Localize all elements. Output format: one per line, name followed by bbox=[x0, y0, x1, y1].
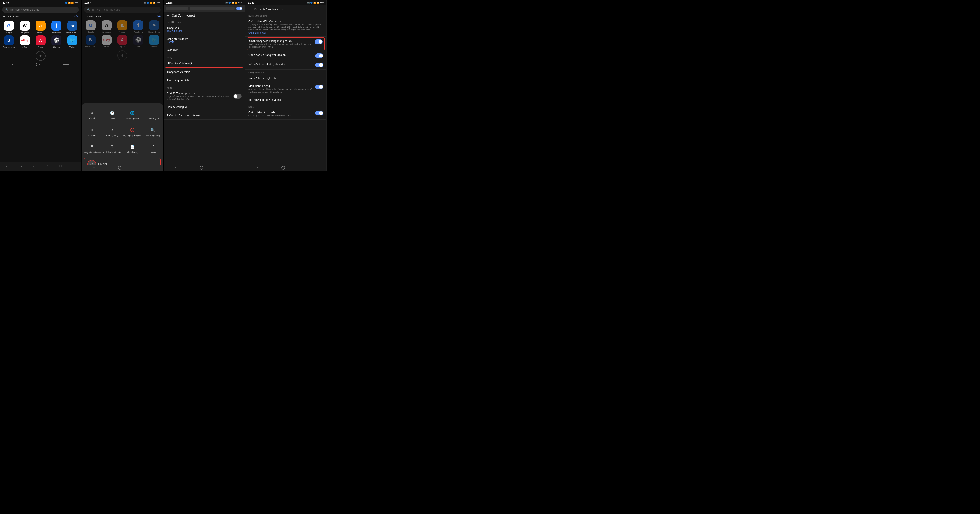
quick-access-edit-1[interactable]: Sửa bbox=[74, 15, 78, 18]
search-bar-2[interactable]: 🔍 Tìm kiếm hoặc nhập URL bbox=[84, 7, 161, 13]
app-wiki-p2: W Wikipedia bbox=[99, 20, 113, 33]
cookies-toggle[interactable] bbox=[315, 111, 323, 115]
app-facebook[interactable]: f Facebook bbox=[49, 21, 63, 34]
menu-adblock[interactable]: 🚫 0 Bộ chặn quảng cáo bbox=[123, 124, 143, 139]
block-web-row: Chặn trang web không mong muốn Ngăn các … bbox=[249, 40, 323, 48]
add-shortcut-button[interactable]: + bbox=[36, 51, 46, 61]
item-appearance-title: Giao diện bbox=[167, 48, 242, 52]
ebay-icon-p2: eBay bbox=[102, 35, 111, 45]
find-label: Tìm trong trang bbox=[146, 134, 160, 137]
settings-item-home[interactable]: Trang chủ Truy cập nhanh bbox=[164, 24, 245, 35]
menu-find[interactable]: 🔍 Tìm trong trang bbox=[143, 124, 163, 139]
app-games[interactable]: ⚽ Games bbox=[49, 35, 63, 48]
privacy-item-block-web-highlighted[interactable]: Chặn trang web không mong muốn Ngăn các … bbox=[247, 37, 325, 50]
app-ebay[interactable]: eBay eBay bbox=[18, 35, 32, 48]
menu-layout[interactable]: 📄 Phần bố trợ bbox=[123, 141, 143, 156]
status-bar-1: 12:57 🔵 📶 📶 80% bbox=[0, 0, 81, 5]
back-button-4[interactable]: ← bbox=[248, 7, 251, 11]
bluetooth-icon-4: 🔵 bbox=[310, 2, 313, 4]
app-twitter[interactable]: 🐦 Twitter bbox=[65, 35, 79, 48]
app-google[interactable]: G Google bbox=[2, 21, 16, 34]
privacy-item-dnt[interactable]: Yêu cầu tr.web không theo dõi bbox=[245, 61, 326, 70]
gesture-dot-2 bbox=[94, 167, 95, 168]
privacy-item-credentials[interactable]: Tên người dùng và mật mã bbox=[245, 96, 326, 104]
menu-desktop[interactable]: 🖥 Trang trên máy tính bbox=[82, 141, 102, 156]
gesture-line-2 bbox=[145, 168, 151, 168]
item-search-sub: Google bbox=[167, 41, 242, 43]
settings-item-useful[interactable]: Tính năng hữu ích bbox=[164, 77, 245, 85]
brightness-label: Chế độ sáng bbox=[106, 134, 118, 137]
agoda-label: Agoda bbox=[38, 46, 43, 48]
brightness-icon: ☀ bbox=[108, 126, 116, 134]
privacy-item-autofill[interactable]: Mẫu điền tự động Nhập tên, địa chỉ, thôn… bbox=[245, 82, 326, 96]
app-galaxyshop[interactable]: 🛍 Galaxy Shop bbox=[65, 21, 79, 34]
camera-icon-2: 📷 bbox=[143, 2, 146, 4]
dnt-toggle[interactable] bbox=[315, 63, 323, 67]
bookmark-icon-1: ☆ bbox=[46, 164, 49, 168]
quick-access-edit-2[interactable]: Sửa bbox=[157, 14, 161, 18]
nav-back-1[interactable]: ← bbox=[3, 163, 10, 169]
app-agoda[interactable]: A Agoda bbox=[33, 35, 48, 48]
menu-textsize[interactable]: T Kích thước văn bản bbox=[102, 141, 123, 156]
menu-addpage[interactable]: + Thêm trang vào bbox=[143, 107, 163, 122]
wiki-icon-p2: W bbox=[102, 20, 111, 30]
share-label: Chia sẻ bbox=[88, 134, 95, 137]
clear-title: Xóa dữ liệu duyệt web bbox=[248, 77, 323, 80]
website-preview bbox=[164, 5, 245, 12]
nav-forward-1[interactable]: → bbox=[18, 163, 24, 169]
search-bar-1[interactable]: 🔍 Tìm kiếm hoặc nhập URL bbox=[2, 7, 79, 13]
settings-item-downloads[interactable]: Trang web và tải về bbox=[164, 68, 245, 77]
privacy-item-clear[interactable]: Xóa dữ liệu duyệt web bbox=[245, 74, 326, 82]
nav-bookmark-1[interactable]: ☆ bbox=[44, 163, 51, 169]
nav-home-1[interactable]: ⌂ bbox=[32, 163, 37, 169]
panel-browser-home: 12:57 🔵 📶 📶 80% 🔍 Tìm kiếm hoặc nhập URL… bbox=[0, 0, 81, 171]
privacy-item-cookies[interactable]: Chấp nhận các cookie Cho phép các trang … bbox=[245, 109, 326, 120]
block-web-title: Chặn trang web không mong muốn bbox=[249, 40, 313, 43]
adblock-icon: 🚫 0 bbox=[129, 126, 136, 134]
status-icons-3: 📷 🔵 📶 📶 84% bbox=[225, 2, 242, 4]
wifi-icon-2: 📶 bbox=[150, 2, 152, 4]
menu-share[interactable]: ⬆ Chia sẻ bbox=[82, 124, 102, 139]
autofill-toggle[interactable] bbox=[315, 85, 323, 89]
contact-title: Liên hệ chúng tôi bbox=[167, 105, 242, 109]
menu-saved[interactable]: 🌐 Các trang đã lưu bbox=[123, 107, 143, 122]
settings-item-contact[interactable]: Liên hệ chúng tôi bbox=[164, 103, 245, 111]
nav-menu-1[interactable]: ☰ bbox=[70, 163, 78, 169]
section-general: Cài đặt chung bbox=[164, 19, 245, 24]
menu-icon-1: ☰ bbox=[73, 164, 75, 168]
privacy-item-smart-tracking[interactable]: Chống theo dõi thông minh Tự động xóa co… bbox=[245, 18, 326, 37]
menu-print[interactable]: 🖨 In/PDF bbox=[143, 141, 163, 156]
menu-download[interactable]: ⬇ Tải về bbox=[82, 107, 102, 122]
app-booking[interactable]: B Booking.com bbox=[2, 35, 16, 48]
contrast-toggle[interactable] bbox=[234, 94, 242, 99]
back-button-3[interactable]: ← bbox=[166, 13, 170, 18]
gesture-circle-4 bbox=[282, 166, 285, 169]
app-wikipedia[interactable]: W Wikipedia bbox=[18, 21, 32, 34]
smart-tracking-link[interactable]: Chỉ chế độ Bí mật bbox=[248, 32, 323, 34]
privacy-item-malicious[interactable]: Cảnh báo về trang web độc hại bbox=[245, 51, 326, 61]
amazon-icon: a bbox=[36, 21, 46, 31]
adblock-label: Bộ chặn quảng cáo bbox=[124, 134, 142, 137]
camera-icon-4: 📷 bbox=[307, 2, 310, 4]
menu-brightness[interactable]: ☀ Chế độ sáng bbox=[102, 124, 123, 139]
booking-icon-p2: B bbox=[86, 35, 95, 45]
settings-item-privacy-highlighted[interactable]: Riêng tư và bảo mật bbox=[165, 59, 243, 68]
gesture-line-3 bbox=[227, 168, 233, 168]
menu-history[interactable]: 🕐 Lịch sử bbox=[102, 107, 123, 122]
settings-item-about[interactable]: Thông tin Samsung Internet bbox=[164, 111, 245, 120]
settings-item-contrast[interactable]: Chế độ Tương phản cao Hiệu chỉnh màu fon… bbox=[164, 89, 245, 103]
autofill-row: Mẫu điền tự động Nhập tên, địa chỉ, thôn… bbox=[248, 85, 323, 93]
google-icon-p2: G bbox=[86, 20, 95, 30]
app-amazon[interactable]: a Amazon bbox=[33, 21, 48, 34]
status-icons-4: 📷 🔵 📶 📶 84% bbox=[307, 2, 324, 4]
adblock-icon-inner: 🚫 bbox=[130, 128, 135, 132]
malicious-toggle[interactable] bbox=[315, 53, 323, 58]
nav-tabs-1[interactable]: □ bbox=[58, 163, 63, 169]
settings-item-search[interactable]: Công cụ tìm kiếm Google bbox=[164, 35, 245, 46]
layout-label: Phần bố trợ bbox=[127, 151, 138, 153]
status-time-2: 12:57 bbox=[84, 2, 91, 4]
google-icon: G bbox=[4, 21, 14, 31]
gesture-bar-1 bbox=[0, 62, 81, 68]
settings-item-appearance[interactable]: Giao diện bbox=[164, 46, 245, 54]
block-web-toggle[interactable] bbox=[315, 40, 323, 44]
